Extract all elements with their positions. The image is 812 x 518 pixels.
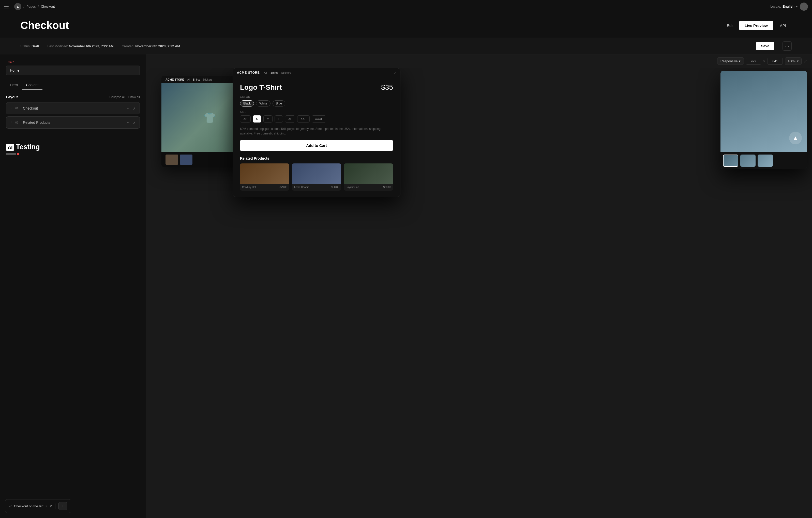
tooltip-close-button[interactable]: × <box>46 504 48 508</box>
shirt-thumb-2[interactable] <box>740 154 756 167</box>
size-m[interactable]: M <box>263 115 272 122</box>
status-bar: Status: Draft Last Modified: November 6t… <box>0 38 812 54</box>
front-expand-icon: ⤢ <box>394 71 396 75</box>
preview-area: ACME STORE All Shirts Stickers ⤢ 👕 <box>146 68 812 518</box>
breadcrumb-sep-1: / <box>23 5 24 9</box>
collapse-all-button[interactable]: Collapse all <box>110 95 125 99</box>
layout-item-more-1[interactable]: ··· <box>127 106 130 111</box>
more-options-button[interactable]: ⋯ <box>783 41 792 51</box>
front-color-label: COLOR <box>240 95 393 98</box>
front-nav-shirts[interactable]: Shirts <box>270 71 278 74</box>
related-product-cap[interactable]: Paydirt Cap $30.00 <box>344 164 393 191</box>
mini-nav-stickers[interactable]: Stickers <box>203 78 212 81</box>
related-product-name-1: Cowboy Hat <box>242 186 256 189</box>
related-product-info-3: Paydirt Cap $30.00 <box>344 184 393 191</box>
top-nav: ▲ / Pages / Checkout Locale: English ▾ <box>0 0 812 13</box>
mini-store-nav: All Shirts Stickers <box>187 78 212 81</box>
preview-toolbar: Responsive ▾ × 100% ▾ ⤢ <box>146 54 812 68</box>
layout-item-name-2: Related Products <box>23 120 124 124</box>
drag-handle-icon-2[interactable]: ⠿ <box>10 121 13 124</box>
front-swatch-white[interactable]: White <box>256 100 270 107</box>
preview-card-front: ACME STORE All Shirts Stickers ⤢ Logo T-… <box>233 68 400 197</box>
related-product-img-1 <box>240 164 289 184</box>
shirt-image-area: ▲ <box>721 71 807 152</box>
chevron-up-icon-2[interactable]: ∧ <box>133 120 136 124</box>
front-description: 60% combed ringspun cotton/40% polyester… <box>240 126 393 136</box>
checkout-icon: ⤢ <box>9 504 12 508</box>
responsive-button[interactable]: Responsive ▾ <box>717 57 744 65</box>
user-avatar[interactable] <box>800 3 808 11</box>
content-tabs: Hero Content <box>6 80 140 90</box>
last-modified-item: Last Modified: November 6th 2023, 7:22 A… <box>47 44 113 48</box>
related-product-cowboy-hat[interactable]: Cowboy Hat $29.00 <box>240 164 289 191</box>
front-size-label: SIZE <box>240 111 393 113</box>
floating-tooltip: ⤢ Checkout on the left × ∨ + <box>5 499 71 513</box>
related-product-name-2: Acme Hoodie <box>294 186 309 189</box>
page-title: Checkout <box>20 19 722 31</box>
layout-item-related[interactable]: ⠿ 02 Related Products ··· ∧ <box>6 116 140 128</box>
tooltip-text: Checkout on the left <box>14 504 44 508</box>
show-all-button[interactable]: Show all <box>128 95 140 99</box>
api-button[interactable]: API <box>774 21 792 30</box>
front-store-bar: ACME STORE All Shirts Stickers ⤢ <box>233 68 400 77</box>
dimension-separator: × <box>763 59 765 63</box>
main-content: Title * Hero Content Layout Collapse all… <box>0 54 812 518</box>
back-thumb-1[interactable] <box>166 154 178 165</box>
tab-content[interactable]: Content <box>22 80 42 90</box>
size-l[interactable]: L <box>274 115 283 122</box>
drag-handle-icon[interactable]: ⠿ <box>10 107 13 110</box>
height-input[interactable] <box>767 58 783 64</box>
layout-header: Layout Collapse all Show all <box>6 95 140 99</box>
size-xl[interactable]: XL <box>285 115 295 122</box>
size-xs[interactable]: XS <box>240 115 251 122</box>
breadcrumb-sep-2: / <box>38 5 39 9</box>
front-product-header: Logo T-Shirt $35 <box>240 83 393 91</box>
front-store-logo: ACME STORE <box>237 71 260 75</box>
title-input[interactable] <box>6 65 140 75</box>
layout-item-more-2[interactable]: ··· <box>127 120 130 125</box>
zoom-button[interactable]: 100% ▾ <box>785 57 802 65</box>
front-color-swatches: Black White Blue <box>240 100 393 107</box>
expand-preview-button[interactable]: ⤢ <box>804 59 807 63</box>
front-size-row: XS S M L XL XXL XXXL <box>240 115 393 122</box>
mini-nav-all[interactable]: All <box>187 78 190 81</box>
size-s[interactable]: S <box>253 115 261 122</box>
front-related-products: Cowboy Hat $29.00 Acme Hoodie $50.00 <box>240 164 393 191</box>
front-swatch-blue[interactable]: Blue <box>272 100 285 107</box>
breadcrumb-pages[interactable]: Pages <box>26 5 36 8</box>
shirt-thumb-3[interactable] <box>758 154 773 167</box>
breadcrumb-checkout[interactable]: Checkout <box>41 5 55 8</box>
front-nav-all[interactable]: All <box>264 71 267 74</box>
page-header: Checkout Edit Live Preview API <box>0 13 812 38</box>
related-product-img-2 <box>292 164 341 184</box>
back-thumb-2[interactable] <box>180 154 193 165</box>
front-product-price: $35 <box>381 83 393 91</box>
mini-nav-shirts[interactable]: Shirts <box>193 78 200 81</box>
related-product-hoodie[interactable]: Acme Hoodie $50.00 <box>292 164 341 191</box>
size-xxxl[interactable]: XXXL <box>312 115 326 122</box>
related-product-img-3 <box>344 164 393 184</box>
add-section-button[interactable]: + <box>58 502 67 510</box>
header-actions: Edit Live Preview API <box>722 21 792 30</box>
related-product-price-3: $30.00 <box>383 186 391 189</box>
ai-testing-title: AI Testing <box>6 143 140 151</box>
size-xxl[interactable]: XXL <box>297 115 310 122</box>
front-add-to-cart-button[interactable]: Add to Cart <box>240 140 393 151</box>
layout-item-checkout[interactable]: ⠿ 01 Checkout ··· ∧ <box>6 102 140 114</box>
related-product-name-3: Paydirt Cap <box>346 186 359 189</box>
live-preview-button[interactable]: Live Preview <box>739 21 773 30</box>
shirt-thumb-1[interactable] <box>723 154 738 167</box>
locale-selector[interactable]: Locale: English ▾ <box>770 5 798 8</box>
created-item: Created: November 6th 2023, 7:22 AM <box>122 44 180 48</box>
front-swatch-black[interactable]: Black <box>240 100 254 107</box>
edit-button[interactable]: Edit <box>722 21 738 30</box>
tooltip-chevron-icon[interactable]: ∨ <box>50 504 52 508</box>
width-input[interactable] <box>746 58 761 64</box>
front-product-section: Logo T-Shirt $35 COLOR Black White Blue … <box>233 77 400 197</box>
front-nav-stickers[interactable]: Stickers <box>281 71 291 74</box>
save-button[interactable]: Save <box>756 42 774 50</box>
hamburger-menu[interactable] <box>4 3 12 11</box>
layout-item-name-1: Checkout <box>23 106 124 110</box>
tab-hero[interactable]: Hero <box>6 80 22 90</box>
chevron-up-icon-1[interactable]: ∧ <box>133 106 136 110</box>
